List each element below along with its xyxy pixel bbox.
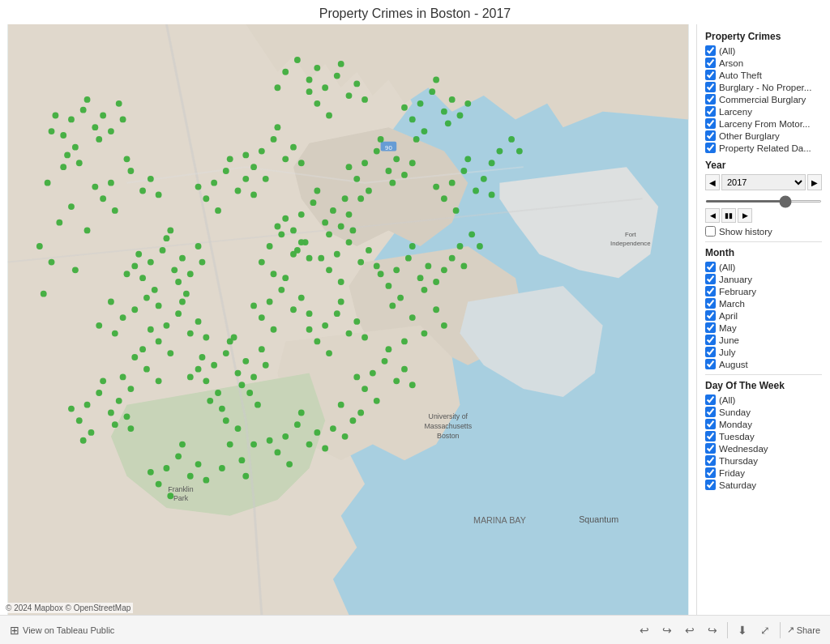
- day-checkbox[interactable]: [705, 455, 716, 466]
- undo-button[interactable]: ↩: [636, 622, 652, 638]
- crime-checkbox[interactable]: [705, 118, 716, 129]
- play-prev-button[interactable]: ◀: [705, 208, 720, 223]
- crime-filter-item[interactable]: Auto Theft: [705, 70, 822, 80]
- month-filter-item[interactable]: August: [705, 359, 822, 369]
- redo2-button[interactable]: ↪: [704, 622, 721, 638]
- download-button[interactable]: ⬇: [734, 622, 751, 638]
- playback-controls: ◀ ▮▮ ▶: [705, 208, 822, 223]
- day-filter-item[interactable]: Tuesday: [705, 431, 822, 441]
- day-filter-item[interactable]: (All): [705, 395, 822, 405]
- undo2-button[interactable]: ↩: [682, 622, 698, 638]
- month-checkbox[interactable]: [705, 274, 716, 284]
- crime-filter-item[interactable]: Arson: [705, 58, 822, 68]
- crime-checkbox[interactable]: [705, 130, 716, 141]
- svg-point-190: [96, 390, 102, 396]
- day-label: Wednesday: [719, 444, 768, 454]
- share-button[interactable]: ↗ Share: [787, 625, 820, 635]
- crime-filter-item[interactable]: Burglary - No Proper...: [705, 82, 822, 92]
- crime-checkbox[interactable]: [705, 94, 716, 104]
- svg-point-71: [306, 255, 313, 262]
- month-filter-item[interactable]: July: [705, 347, 822, 357]
- svg-point-155: [36, 243, 43, 249]
- month-checkbox[interactable]: [705, 286, 716, 296]
- fullscreen-button[interactable]: ⤢: [757, 622, 773, 638]
- svg-point-222: [156, 377, 162, 384]
- play-next-button[interactable]: ▶: [738, 208, 752, 223]
- day-filter-item[interactable]: Monday: [705, 419, 822, 429]
- crime-checkbox[interactable]: [705, 143, 716, 153]
- day-checkbox[interactable]: [705, 443, 716, 454]
- crime-filter-item[interactable]: (All): [705, 45, 822, 56]
- crime-checkbox[interactable]: [705, 106, 716, 117]
- svg-point-91: [457, 113, 464, 119]
- day-filter-item[interactable]: Friday: [705, 467, 822, 478]
- show-history-label[interactable]: Show history: [719, 227, 772, 237]
- month-filter-item[interactable]: April: [705, 310, 822, 321]
- day-checkbox[interactable]: [705, 467, 716, 478]
- svg-point-117: [259, 148, 265, 155]
- year-select[interactable]: 20122013201420152016201720182019: [721, 174, 806, 190]
- svg-point-152: [306, 326, 313, 333]
- day-filter-item[interactable]: Saturday: [705, 480, 822, 490]
- svg-point-177: [298, 410, 305, 416]
- crime-filter-item[interactable]: Property Related Da...: [705, 143, 822, 153]
- svg-point-192: [76, 417, 83, 424]
- svg-point-246: [338, 61, 344, 67]
- month-checkbox[interactable]: [705, 335, 716, 345]
- month-filter-item[interactable]: May: [705, 322, 822, 333]
- svg-point-125: [242, 152, 249, 159]
- month-filter-item[interactable]: (All): [705, 262, 822, 272]
- day-checkbox[interactable]: [705, 480, 716, 490]
- svg-point-149: [326, 350, 332, 356]
- svg-text:Park: Park: [173, 494, 189, 502]
- crime-filter-item[interactable]: Larceny From Motor...: [705, 118, 822, 129]
- crime-checkbox[interactable]: [705, 70, 716, 80]
- crime-filter-item[interactable]: Commercial Burglary: [705, 94, 822, 104]
- svg-point-118: [271, 136, 277, 143]
- month-checkbox[interactable]: [705, 359, 716, 369]
- crimes-filter-list: (All)ArsonAuto TheftBurglary - No Proper…: [705, 45, 822, 153]
- svg-point-275: [468, 231, 475, 237]
- month-filter-item[interactable]: January: [705, 274, 822, 284]
- show-history-checkbox[interactable]: [705, 226, 716, 237]
- svg-point-112: [148, 176, 154, 182]
- svg-point-225: [370, 370, 376, 377]
- month-checkbox[interactable]: [705, 347, 716, 357]
- crime-checkbox[interactable]: [705, 58, 716, 68]
- day-checkbox[interactable]: [705, 431, 716, 441]
- year-slider[interactable]: [705, 200, 822, 203]
- day-filter-item[interactable]: Thursday: [705, 455, 822, 466]
- svg-point-37: [223, 350, 229, 356]
- svg-point-183: [326, 267, 332, 273]
- month-checkbox[interactable]: [705, 322, 716, 333]
- svg-point-51: [231, 335, 237, 341]
- day-checkbox[interactable]: [705, 419, 716, 429]
- map-container[interactable]: 90: [0, 24, 696, 615]
- svg-point-34: [183, 291, 190, 297]
- svg-point-229: [401, 366, 408, 373]
- svg-point-158: [60, 164, 66, 170]
- play-stop-button[interactable]: ▮▮: [721, 208, 736, 223]
- day-filter-item[interactable]: Wednesday: [705, 443, 822, 454]
- month-filter-item[interactable]: February: [705, 286, 822, 296]
- year-prev-button[interactable]: ◀: [705, 174, 720, 190]
- crime-filter-item[interactable]: Larceny: [705, 106, 822, 117]
- svg-point-148: [353, 318, 360, 325]
- crime-checkbox[interactable]: [705, 45, 716, 56]
- day-checkbox[interactable]: [705, 407, 716, 417]
- month-checkbox[interactable]: [705, 298, 716, 309]
- month-checkbox[interactable]: [705, 310, 716, 321]
- day-checkbox[interactable]: [705, 395, 716, 405]
- share-label: Share: [797, 625, 820, 635]
- year-next-button[interactable]: ▶: [807, 174, 822, 190]
- redo-button[interactable]: ↪: [659, 622, 675, 638]
- crime-checkbox[interactable]: [705, 82, 716, 92]
- day-filter-item[interactable]: Sunday: [705, 407, 822, 417]
- tableau-link[interactable]: ⊞ View on Tableau Public: [10, 624, 114, 637]
- month-checkbox[interactable]: [705, 262, 716, 272]
- month-filter-item[interactable]: June: [705, 335, 822, 345]
- crime-filter-item[interactable]: Other Burglary: [705, 130, 822, 141]
- svg-point-265: [238, 457, 245, 463]
- month-filter-item[interactable]: March: [705, 298, 822, 309]
- day-label: Sunday: [719, 407, 751, 417]
